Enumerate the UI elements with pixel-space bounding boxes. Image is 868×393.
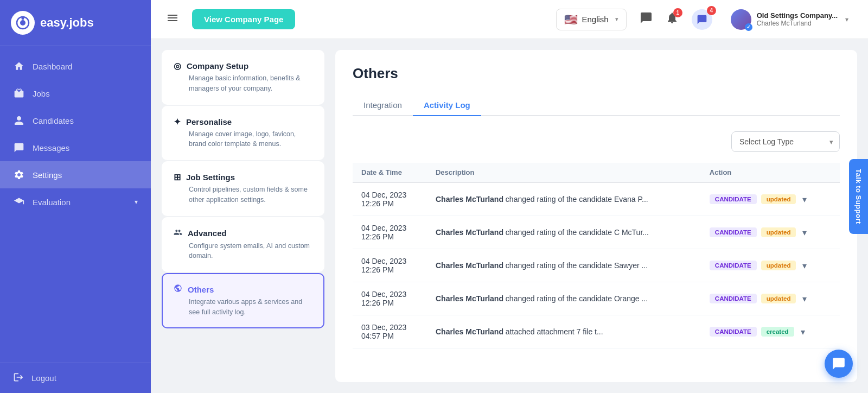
language-selector[interactable]: 🇺🇸 English ▾	[556, 9, 627, 30]
expand-row-button[interactable]: ▾	[800, 261, 809, 271]
action-cell: CANDIDATE updated ▾	[701, 216, 840, 249]
sidebar-item-label: Settings	[33, 170, 62, 180]
badge-status: updated	[761, 194, 796, 204]
table-row: 03 Dec, 202304:57 PMCharles McTurland at…	[353, 315, 840, 348]
card-title: ⊞ Job Settings	[174, 172, 312, 182]
sidebar: easy.jobs Dashboard Jobs Candidates Mess…	[0, 0, 151, 393]
language-chevron-icon: ▾	[615, 16, 618, 23]
datetime-cell: 04 Dec, 202312:26 PM	[353, 249, 427, 282]
chat-header-icon[interactable]: 4	[692, 9, 712, 30]
logo-icon	[11, 11, 35, 35]
flag-icon: 🇺🇸	[564, 13, 578, 26]
sidebar-item-label: Evaluation	[33, 198, 71, 207]
notifications-button[interactable]: 1	[666, 11, 679, 28]
datetime-cell: 04 Dec, 202312:26 PM	[353, 182, 427, 216]
user-profile[interactable]: ✓ Old Settings Company... Charles McTurl…	[726, 7, 853, 32]
badge-type: CANDIDATE	[710, 261, 757, 270]
badge-status: updated	[761, 227, 796, 237]
sidebar-item-jobs[interactable]: Jobs	[0, 80, 151, 107]
datetime-cell: 04 Dec, 202312:26 PM	[353, 216, 427, 249]
page-title: Others	[353, 65, 840, 82]
hamburger-menu[interactable]	[166, 11, 179, 28]
language-label: English	[582, 15, 609, 24]
messages-button[interactable]	[640, 11, 653, 28]
support-tab[interactable]: Talk to Support	[849, 159, 868, 234]
settings-sidebar: ◎ Company Setup Manage basic information…	[162, 50, 324, 382]
settings-icon	[13, 169, 25, 181]
badge-status: updated	[761, 261, 796, 270]
logout-icon	[13, 372, 24, 384]
expand-row-button[interactable]: ▾	[800, 227, 809, 238]
sidebar-item-label: Dashboard	[33, 62, 72, 71]
badge-type: CANDIDATE	[710, 194, 757, 204]
expand-row-button[interactable]: ▾	[800, 294, 809, 304]
col-datetime: Date & Time	[353, 163, 427, 182]
badge-type: CANDIDATE	[710, 227, 757, 237]
main-area: View Company Page 🇺🇸 English ▾ 1 4	[151, 0, 868, 393]
tab-integration[interactable]: Integration	[353, 95, 413, 116]
chat-button[interactable]	[825, 350, 853, 378]
sidebar-item-evaluation[interactable]: Evaluation ▾	[0, 188, 151, 215]
settings-menu-personalise[interactable]: ✦ Personalise Manage cover image, logo, …	[162, 106, 324, 161]
badge-type: CANDIDATE	[710, 294, 757, 303]
job-settings-icon: ⊞	[174, 172, 181, 182]
card-desc: Configure system emails, AI and custom d…	[174, 241, 312, 262]
card-desc: Control pipelines, custom fields & some …	[174, 185, 312, 205]
sidebar-item-messages[interactable]: Messages	[0, 134, 151, 161]
card-desc: Integrate various apps & services and se…	[174, 297, 312, 318]
settings-menu-company-setup[interactable]: ◎ Company Setup Manage basic information…	[162, 50, 324, 105]
jobs-icon	[13, 87, 25, 99]
home-icon	[13, 60, 25, 72]
tab-activity-log[interactable]: Activity Log	[413, 95, 481, 116]
company-setup-icon: ◎	[174, 61, 181, 71]
expand-row-button[interactable]: ▾	[800, 194, 809, 205]
tabs-bar: Integration Activity Log	[353, 95, 840, 116]
logo-text: easy.jobs	[40, 16, 94, 30]
log-type-select[interactable]: Select Log Type Candidate Job Company	[731, 131, 840, 152]
sidebar-logo: easy.jobs	[0, 0, 151, 46]
card-title: Others	[174, 284, 312, 295]
chevron-down-icon: ▾	[135, 198, 138, 206]
card-title: Advanced	[174, 228, 312, 239]
action-cell: CANDIDATE updated ▾	[701, 182, 840, 216]
card-title: ◎ Company Setup	[174, 61, 312, 71]
logout-label: Logout	[31, 373, 56, 383]
personalise-icon: ✦	[174, 117, 181, 127]
card-desc: Manage basic information, benefits & man…	[174, 73, 312, 94]
profile-chevron-icon: ▾	[845, 16, 848, 23]
expand-row-button[interactable]: ▾	[799, 327, 807, 337]
col-description: Description	[427, 163, 701, 182]
settings-menu-advanced[interactable]: Advanced Configure system emails, AI and…	[162, 217, 324, 272]
datetime-cell: 04 Dec, 202312:26 PM	[353, 282, 427, 315]
table-row: 04 Dec, 202312:26 PMCharles McTurland ch…	[353, 216, 840, 249]
badge-status: created	[761, 327, 794, 337]
table-row: 04 Dec, 202312:26 PMCharles McTurland ch…	[353, 182, 840, 216]
sidebar-item-label: Messages	[33, 143, 69, 153]
bell-badge: 1	[673, 8, 682, 17]
description-cell: Charles McTurland changed rating of the …	[427, 216, 701, 249]
settings-menu-job-settings[interactable]: ⊞ Job Settings Control pipelines, custom…	[162, 161, 324, 216]
svg-point-2	[22, 17, 24, 20]
badge-status: updated	[761, 294, 796, 303]
filter-row: Select Log Type Candidate Job Company	[353, 131, 840, 152]
sidebar-item-label: Jobs	[33, 89, 50, 98]
messages-icon	[13, 142, 25, 154]
advanced-icon	[174, 228, 182, 239]
logout-button[interactable]: Logout	[0, 363, 151, 393]
sidebar-item-dashboard[interactable]: Dashboard	[0, 53, 151, 80]
badge-type: CANDIDATE	[710, 327, 757, 337]
col-action: Action	[701, 163, 840, 182]
settings-menu-others[interactable]: Others Integrate various apps & services…	[162, 273, 324, 328]
candidates-icon	[13, 115, 25, 126]
sidebar-item-candidates[interactable]: Candidates	[0, 107, 151, 134]
user-info: Old Settings Company... Charles McTurlan…	[757, 11, 838, 27]
chat-badge: 4	[707, 6, 716, 15]
action-cell: CANDIDATE created ▾	[701, 315, 840, 348]
others-icon	[174, 284, 182, 295]
user-company-name: Old Settings Company...	[757, 11, 838, 20]
table-row: 04 Dec, 202312:26 PMCharles McTurland ch…	[353, 249, 840, 282]
svg-point-1	[20, 20, 25, 26]
view-company-button[interactable]: View Company Page	[192, 9, 295, 29]
description-cell: Charles McTurland changed rating of the …	[427, 249, 701, 282]
sidebar-item-settings[interactable]: Settings	[0, 161, 151, 188]
